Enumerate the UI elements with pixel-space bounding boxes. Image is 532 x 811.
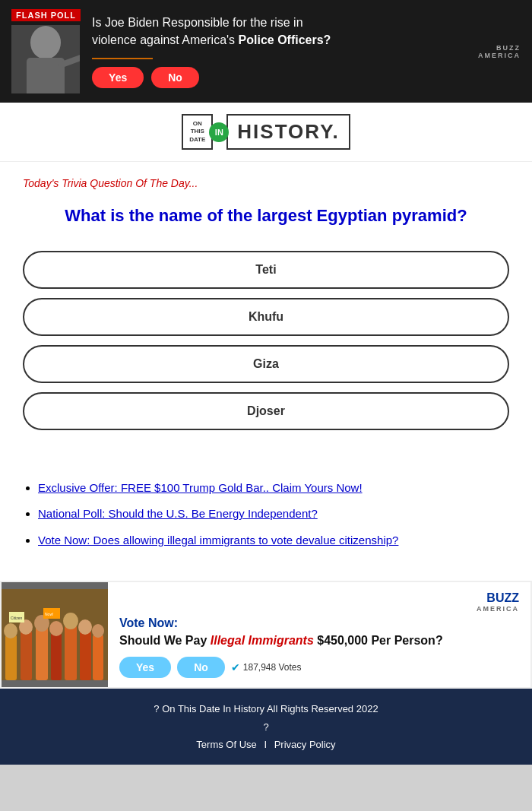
history-text: HISTORY.	[226, 114, 350, 150]
svg-point-1	[30, 26, 61, 59]
bottom-ad-image: Citizen Now!	[2, 582, 108, 687]
list-item: Vote Now: Does allowing illegal immigran…	[38, 532, 509, 550]
link-immigrants-vote[interactable]: Vote Now: Does allowing illegal immigran…	[38, 534, 398, 546]
trivia-label: Today's Trivia Question Of The Day...	[23, 177, 509, 189]
link-trump-gold[interactable]: Exclusive Offer: FREE $100 Trump Gold Ba…	[38, 481, 363, 494]
link-energy-poll[interactable]: National Poll: Should the U.S. Be Energy…	[38, 507, 318, 520]
answer-teti[interactable]: Teti	[23, 251, 509, 289]
svg-rect-9	[36, 627, 48, 680]
svg-point-16	[78, 619, 92, 635]
svg-text:Now!: Now!	[45, 612, 53, 616]
svg-text:Citizen: Citizen	[11, 616, 23, 620]
flash-poll-banner: FLASH POLL Is Joe Biden Responsible for …	[0, 0, 532, 103]
svg-rect-15	[80, 631, 91, 680]
bottom-ad-banner: Citizen Now! BUZZ AMERICA Vote Now: Shou…	[0, 581, 532, 689]
check-icon: ✔	[231, 661, 240, 673]
biden-image-svg	[11, 25, 80, 93]
answer-djoser[interactable]: Djoser	[23, 392, 509, 430]
footer-links: Terms Of Use I Privacy Policy	[11, 736, 521, 753]
flash-poll-divider	[92, 58, 153, 59]
trivia-question: What is the name of the largest Egyptian…	[23, 204, 509, 228]
list-item: National Poll: Should the U.S. Be Energy…	[38, 505, 509, 523]
flash-poll-left: FLASH POLL	[11, 9, 81, 93]
crowd-illustration: Citizen Now!	[2, 589, 108, 680]
footer: ? On This Date In History All Rights Res…	[0, 689, 532, 765]
history-header: ON THIS DATE IN HISTORY.	[0, 103, 532, 162]
footer-line1: ? On This Date In History All Rights Res…	[11, 700, 521, 718]
flash-poll-content: Is Joe Biden Responsible for the rise in…	[92, 14, 464, 88]
terms-link[interactable]: Terms Of Use	[196, 739, 256, 750]
bottom-ad-title: Should We Pay Illegal Immigrants $450,00…	[119, 633, 519, 649]
svg-rect-13	[65, 626, 77, 680]
buzz-logo: BUZZ AMERICA	[475, 44, 521, 59]
svg-point-18	[92, 624, 104, 638]
bottom-ad-yes-button[interactable]: Yes	[119, 657, 171, 678]
svg-point-12	[49, 621, 63, 636]
svg-rect-5	[5, 635, 17, 680]
answer-khufu[interactable]: Khufu	[23, 298, 509, 336]
flash-poll-question: Is Joe Biden Responsible for the rise in…	[92, 14, 464, 49]
bottom-ad-no-button[interactable]: No	[177, 657, 225, 678]
vote-count: ✔ 187,948 Votes	[231, 661, 302, 673]
flash-poll-buttons: Yes No	[92, 67, 464, 88]
flash-poll-label: FLASH POLL	[11, 9, 81, 21]
bottom-ad-vote-label: Vote Now:	[119, 616, 519, 630]
svg-rect-7	[21, 631, 32, 680]
footer-line2: ?	[11, 718, 521, 736]
list-item: Exclusive Offer: FREE $100 Trump Gold Ba…	[38, 480, 509, 497]
svg-rect-11	[51, 633, 62, 680]
links-list: Exclusive Offer: FREE $100 Trump Gold Ba…	[23, 480, 509, 550]
crowd-svg: Citizen Now!	[2, 589, 108, 680]
svg-rect-17	[93, 635, 103, 680]
answer-options: Teti Khufu Giza Djoser	[23, 251, 509, 430]
bottom-ad-content: BUZZ AMERICA Vote Now: Should We Pay Ill…	[108, 582, 530, 687]
main-card: ON THIS DATE IN HISTORY. Today's Trivia …	[0, 103, 532, 689]
privacy-link[interactable]: Privacy Policy	[274, 739, 336, 750]
flash-poll-no-button[interactable]: No	[151, 67, 199, 88]
flash-poll-yes-button[interactable]: Yes	[92, 67, 144, 88]
bottom-ad-buttons: Yes No ✔ 187,948 Votes	[119, 657, 519, 678]
svg-point-14	[63, 613, 78, 629]
answer-giza[interactable]: Giza	[23, 345, 509, 383]
flash-poll-image	[11, 25, 80, 93]
bottom-ad-buzz-logo: BUZZ AMERICA	[119, 591, 519, 613]
svg-point-6	[4, 623, 17, 638]
history-logo: ON THIS DATE IN HISTORY.	[182, 114, 350, 150]
calendar-block: ON THIS DATE	[182, 114, 213, 150]
trivia-section: Today's Trivia Question Of The Day... Wh…	[0, 162, 532, 480]
in-circle: IN	[209, 122, 229, 142]
links-section: Exclusive Offer: FREE $100 Trump Gold Ba…	[0, 480, 532, 581]
